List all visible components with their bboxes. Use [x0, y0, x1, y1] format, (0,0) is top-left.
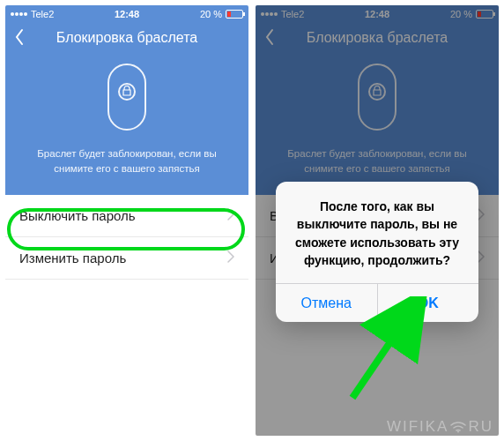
cancel-button[interactable]: Отмена: [276, 284, 377, 322]
chevron-right-icon: [227, 250, 234, 265]
dialog-message: После того, как вы выключите пароль, вы …: [276, 182, 478, 283]
wifi-icon: [450, 420, 466, 437]
hero-text: Браслет будет заблокирован, если вы сним…: [23, 146, 231, 177]
change-password-row[interactable]: Изменить пароль: [5, 237, 248, 280]
screenshot-right: Tele2 12:48 20 % Блокировка браслета: [256, 5, 499, 436]
settings-list: Выключить пароль Изменить пароль: [5, 195, 248, 280]
battery-percent: 20 %: [200, 9, 222, 19]
ok-button[interactable]: OK: [377, 284, 479, 322]
row-label: Изменить пароль: [19, 250, 126, 265]
status-bar: Tele2 12:48 20 %: [5, 5, 248, 23]
svg-point-0: [457, 431, 459, 433]
screenshot-left: Tele2 12:48 20 % Блокировка браслета: [5, 5, 248, 436]
hero: Браслет будет заблокирован, если вы сним…: [5, 58, 248, 195]
row-label: Выключить пароль: [19, 208, 136, 223]
page-title: Блокировка браслета: [5, 30, 248, 46]
page-header: Блокировка браслета: [5, 23, 248, 58]
confirm-dialog: После того, как вы выключите пароль, вы …: [276, 182, 478, 322]
bracelet-icon: [107, 64, 146, 131]
battery-icon: [226, 10, 243, 19]
back-button[interactable]: [14, 28, 25, 46]
chevron-right-icon: [227, 208, 234, 223]
watermark: WIFIKA RU: [387, 418, 493, 436]
disable-password-row[interactable]: Выключить пароль: [5, 195, 248, 237]
lock-icon: [122, 84, 131, 100]
